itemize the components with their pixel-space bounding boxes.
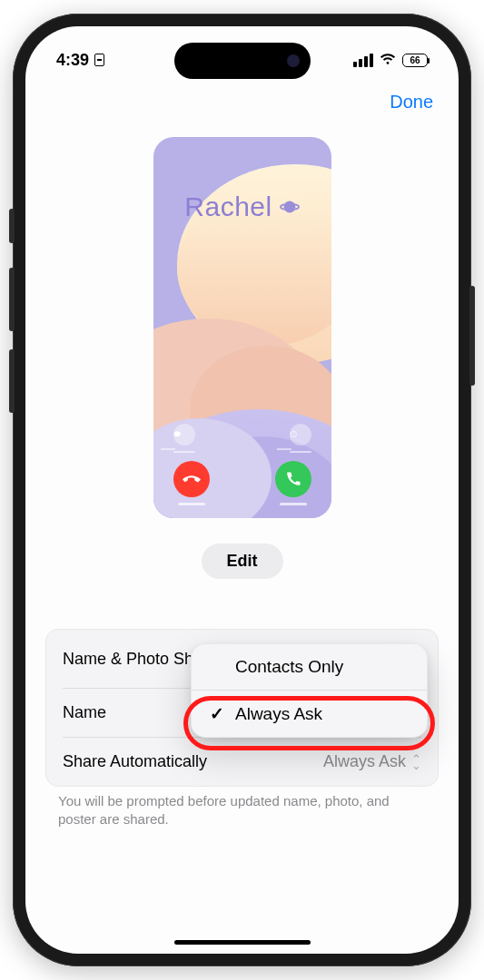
home-indicator[interactable] [174, 940, 311, 945]
planet-icon [280, 197, 300, 217]
screen: 4:39 66 Done [25, 26, 459, 954]
side-button[interactable] [469, 286, 475, 386]
checkmark-icon: ✓ [208, 703, 226, 724]
orientation-lock-icon [94, 54, 104, 66]
poster-name: Rachel [166, 191, 319, 222]
battery-icon: 66 [402, 54, 428, 67]
wifi-icon [380, 54, 396, 66]
accept-call-icon [275, 461, 311, 497]
mute-switch[interactable] [9, 209, 15, 243]
message-icon [173, 424, 195, 446]
menu-item-always-ask[interactable]: ✓ Always Ask [192, 691, 427, 737]
clock-icon [290, 424, 311, 446]
row-label: Share Automatically [63, 752, 207, 771]
help-text: You will be prompted before updated name… [58, 792, 426, 829]
share-options-menu: Contacts Only ✓ Always Ask [191, 643, 428, 738]
row-value: Always Ask ⌃⌄ [323, 752, 421, 771]
menu-item-contacts-only[interactable]: Contacts Only [192, 644, 427, 690]
status-time: 4:39 [56, 51, 89, 70]
cellular-icon [353, 54, 373, 67]
volume-down-button[interactable] [9, 349, 15, 413]
dynamic-island [174, 43, 311, 79]
edit-button[interactable]: Edit [202, 544, 283, 579]
svg-point-0 [283, 201, 295, 213]
done-button[interactable]: Done [390, 92, 433, 113]
stepper-icon: ⌃⌄ [411, 756, 421, 769]
volume-up-button[interactable] [9, 268, 15, 331]
decline-call-icon [173, 461, 210, 497]
row-label: Name [63, 703, 106, 722]
share-automatically-row[interactable]: Share Automatically Always Ask ⌃⌄ [46, 738, 438, 786]
contact-poster-preview[interactable]: Rachel [153, 137, 331, 518]
phone-frame: 4:39 66 Done [13, 14, 471, 966]
